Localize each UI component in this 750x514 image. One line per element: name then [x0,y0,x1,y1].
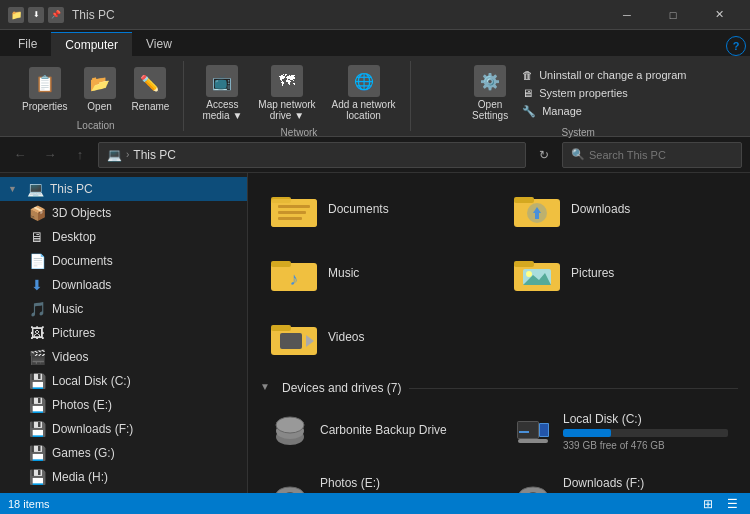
uninstall-button[interactable]: 🗑 Uninstall or change a program [518,67,690,83]
sidebar-item-games-g[interactable]: 💾 Games (G:) [0,441,247,465]
sidebar-item-videos[interactable]: 🎬 Videos [0,345,247,369]
forward-button[interactable]: → [38,143,62,167]
title-bar-app-icons: 📁 ⬇ 📌 [8,7,64,23]
folder-music[interactable]: ♪ Music [260,245,495,301]
music-label: Music [52,302,83,316]
item-count: 18 items [8,498,50,510]
drive-photos-e[interactable]: Photos (E:) 675 GB free of 953 GB [260,467,495,493]
svg-point-17 [526,271,532,277]
devices-section-header: ▼ Devices and drives (7) [260,381,738,395]
location-group-items: 📋 Properties 📂 Open ✏️ Rename [16,61,175,118]
svg-rect-30 [519,431,529,433]
settings-icon: ⚙️ [474,65,506,97]
local-c-size: 339 GB free of 476 GB [563,440,728,451]
photos-e-info: Photos (E:) 675 GB free of 953 GB [320,476,485,494]
minimize-button[interactable]: ─ [604,0,650,30]
sidebar-item-desktop[interactable]: 🖥 Desktop [0,225,247,249]
sidebar-item-downloads[interactable]: ⬇ Downloads [0,273,247,297]
open-button[interactable]: 📂 Open [78,63,122,116]
drive-downloads-f[interactable]: Downloads (F:) 70.0 GB free of 100 GB [503,467,738,493]
svg-rect-5 [278,217,302,220]
folders-grid: Documents Downloads [260,181,738,365]
refresh-button[interactable]: ↻ [532,143,556,167]
search-box[interactable]: 🔍 Search This PC [562,142,742,168]
rename-icon: ✏️ [134,67,166,99]
maximize-button[interactable]: □ [650,0,696,30]
svg-rect-4 [278,211,306,214]
folder-downloads[interactable]: Downloads [503,181,738,237]
downloads-f-bar-bg [563,493,728,494]
ribbon-group-system: ⚙️ OpenSettings 🗑 Uninstall or change a … [415,61,743,131]
manage-label: Manage [542,105,582,117]
access-media-icon: 📺 [206,65,238,97]
window-title: This PC [72,8,604,22]
help-button[interactable]: ? [726,36,746,56]
carbonite-info: Carbonite Backup Drive [320,423,485,440]
devices-toggle[interactable]: ▼ [260,381,274,395]
manage-button[interactable]: 🔧 Manage [518,103,690,120]
system-properties-button[interactable]: 🖥 System properties [518,85,690,101]
sidebar-item-music[interactable]: 🎵 Music [0,297,247,321]
close-button[interactable]: ✕ [696,0,742,30]
tab-view[interactable]: View [132,32,186,56]
sidebar-item-pictures[interactable]: 🖼 Pictures [0,321,247,345]
music-icon: 🎵 [28,300,46,318]
videos-folder-name: Videos [328,330,364,344]
open-label: Open [87,101,111,112]
downloads-f-info: Downloads (F:) 70.0 GB free of 100 GB [563,476,728,494]
network-group-label: Network [281,125,318,138]
open-settings-button[interactable]: ⚙️ OpenSettings [466,61,514,125]
downloads-f-icon: 💾 [28,420,46,438]
ribbon-group-location: 📋 Properties 📂 Open ✏️ Rename Location [8,61,184,131]
open-icon: 📂 [84,67,116,99]
sidebar-item-documents[interactable]: 📄 Documents [0,249,247,273]
sidebar-item-downloads-f[interactable]: 💾 Downloads (F:) [0,417,247,441]
videos-icon: 🎬 [28,348,46,366]
svg-rect-19 [271,325,291,331]
pictures-folder-icon [513,253,561,293]
search-icon: 🔍 [571,148,585,161]
ribbon-content: 📋 Properties 📂 Open ✏️ Rename Location 📺 [0,56,750,136]
rename-button[interactable]: ✏️ Rename [126,63,176,116]
system-group-items: ⚙️ OpenSettings 🗑 Uninstall or change a … [466,61,691,125]
photos-e-drive-icon [270,475,310,493]
sidebar-item-3d-objects[interactable]: 📦 3D Objects [0,201,247,225]
downloads-f-drive-name: Downloads (F:) [563,476,728,490]
add-network-icon: 🌐 [348,65,380,97]
access-media-button[interactable]: 📺 Accessmedia ▼ [196,61,248,125]
sidebar-item-this-pc[interactable]: ▼ 💻 This PC [0,177,247,201]
photos-e-drive-name: Photos (E:) [320,476,485,490]
back-button[interactable]: ← [8,143,32,167]
folder-documents[interactable]: Documents [260,181,495,237]
downloads-f-drive-icon [513,475,553,493]
photos-e-bar-fill [320,493,368,494]
folder-pictures[interactable]: Pictures [503,245,738,301]
tab-computer[interactable]: Computer [51,32,132,56]
address-path[interactable]: 💻 › This PC [98,142,526,168]
sidebar-item-backup-i[interactable]: 💾 Backup (I:) [0,489,247,493]
desktop-icon: 🖥 [28,228,46,246]
documents-folder-name: Documents [328,202,389,216]
tab-file[interactable]: File [4,32,51,56]
add-network-button[interactable]: 🌐 Add a networklocation [326,61,402,125]
sidebar-item-media-h[interactable]: 💾 Media (H:) [0,465,247,489]
local-c-bar-bg [563,429,728,437]
list-view-button[interactable]: ☰ [722,494,742,514]
location-group-label: Location [77,118,115,131]
map-network-button[interactable]: 🗺 Map networkdrive ▼ [252,61,321,125]
drives-grid: Carbonite Backup Drive [260,403,738,493]
drive-carbonite[interactable]: Carbonite Backup Drive [260,403,495,459]
folder-videos[interactable]: Videos [260,309,495,365]
system-group-label: System [562,125,595,138]
grid-view-button[interactable]: ⊞ [698,494,718,514]
drive-local-c[interactable]: Local Disk (C:) 339 GB free of 476 GB [503,403,738,459]
svg-rect-3 [278,205,310,208]
address-bar: ← → ↑ 💻 › This PC ↻ 🔍 Search This PC [0,137,750,173]
ribbon-tab-bar: File Computer View ? [0,30,750,56]
properties-button[interactable]: 📋 Properties [16,63,74,116]
sidebar-item-local-c[interactable]: 💾 Local Disk (C:) [0,369,247,393]
local-c-bar-fill [563,429,611,437]
up-button[interactable]: ↑ [68,143,92,167]
documents-icon: 📄 [28,252,46,270]
sidebar-item-photos-e[interactable]: 💾 Photos (E:) [0,393,247,417]
